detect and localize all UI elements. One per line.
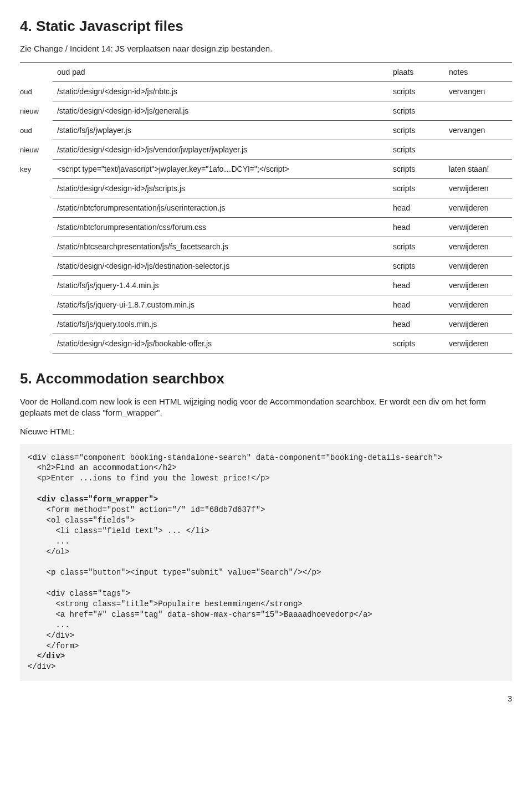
row-tag: oud [20,82,53,101]
table-head-tag [20,63,53,82]
table-head-path: oud pad [53,63,388,82]
row-tag [20,218,53,237]
row-tag [20,237,53,257]
row-notes: verwijderen [444,295,512,315]
row-place: head [388,276,444,295]
row-tag [20,257,53,276]
row-tag: oud [20,121,53,140]
row-notes: verwijderen [444,315,512,334]
row-notes: verwijderen [444,257,512,276]
row-notes: verwijderen [444,334,512,354]
row-path: /static/design/<design-id>/js/bookable-o… [53,334,388,354]
row-path: /static/design/<design-id>/js/nbtc.js [53,82,388,101]
section-5-label: Nieuwe HTML: [20,427,512,436]
row-place: scripts [388,101,444,121]
row-tag [20,198,53,218]
code-line-bold: <div class="form_wrapper"> [28,495,158,504]
row-tag [20,276,53,295]
row-notes: vervangen [444,121,512,140]
code-line: </div> [28,662,55,671]
table-row: /static/nbtcsearchpresentation/js/fs_fac… [20,237,512,257]
table-row: nieuw/static/design/<design-id>/js/vendo… [20,140,512,160]
row-place: scripts [388,160,444,179]
row-path: /static/design/<design-id>/js/destinatio… [53,257,388,276]
table-head-place: plaats [388,63,444,82]
row-notes: laten staan! [444,160,512,179]
row-notes: verwijderen [444,276,512,295]
row-path: /static/design/<design-id>/js/general.js [53,101,388,121]
table-row: /static/fs/js/jquery-1.4.4.min.jsheadver… [20,276,512,295]
html-code-block: <div class="component booking-standalone… [20,444,512,682]
table-row: oud/static/design/<design-id>/js/nbtc.js… [20,82,512,101]
row-place: scripts [388,237,444,257]
code-line: <div class="tags"> [28,589,130,598]
code-line: </form> [28,642,79,651]
code-line: <p class="button"><input type="submit" v… [28,568,321,577]
code-line: <strong class="title">Populaire bestemmi… [28,600,303,608]
code-line: ... [28,621,70,629]
section-4-subtitle: Zie Change / Incident 14: JS verplaatsen… [20,44,512,53]
table-row: /static/design/<design-id>/js/scripts.js… [20,179,512,198]
code-line: ... [28,537,70,546]
table-row: /static/fs/js/jquery.tools.min.jsheadver… [20,315,512,334]
table-row: oud/static/fs/js/jwplayer.jsscriptsverva… [20,121,512,140]
row-tag [20,334,53,354]
row-notes: verwijderen [444,179,512,198]
code-line: <ol class="fields"> [28,516,135,525]
page-number: 3 [20,694,512,703]
row-path: /static/fs/js/jquery-1.4.4.min.js [53,276,388,295]
table-row: /static/nbtcforumpresentation/js/userint… [20,198,512,218]
table-row: /static/design/<design-id>/js/destinatio… [20,257,512,276]
row-tag: nieuw [20,101,53,121]
row-tag: nieuw [20,140,53,160]
table-header-row: oud pad plaats notes [20,63,512,82]
row-tag: key [20,160,53,179]
code-line: <li class="field text"> ... </li> [28,526,209,535]
row-path: /static/design/<design-id>/js/vendor/jwp… [53,140,388,160]
row-path: /static/fs/js/jwplayer.js [53,121,388,140]
row-place: head [388,295,444,315]
row-path: /static/nbtcsearchpresentation/js/fs_fac… [53,237,388,257]
table-row: /static/nbtcforumpresentation/css/forum.… [20,218,512,237]
row-notes: verwijderen [444,198,512,218]
code-line: <form method="post" action="/" id="68db7… [28,505,265,514]
row-path: /static/design/<design-id>/js/scripts.js [53,179,388,198]
row-place: head [388,315,444,334]
row-place: scripts [388,82,444,101]
row-path: /static/nbtcforumpresentation/js/userint… [53,198,388,218]
section-5-intro: Voor de Holland.com new look is een HTML… [20,396,512,419]
code-line-bold: </div> [28,652,65,660]
code-line: <p>Enter ...ions to find you the lowest … [28,474,270,483]
section-4-title: 4. Static Javascript files [20,18,512,35]
row-path: /static/fs/js/jquery-ui-1.8.7.custom.min… [53,295,388,315]
table-head-notes: notes [444,63,512,82]
row-place: head [388,198,444,218]
row-path: <script type="text/javascript">jwplayer.… [53,160,388,179]
row-place: scripts [388,121,444,140]
row-notes: vervangen [444,82,512,101]
row-notes: verwijderen [444,218,512,237]
code-line: <div class="component booking-standalone… [28,453,442,462]
row-place: scripts [388,334,444,354]
row-place: scripts [388,140,444,160]
static-js-table: oud pad plaats notes oud/static/design/<… [20,62,512,354]
table-row: key<script type="text/javascript">jwplay… [20,160,512,179]
row-place: head [388,218,444,237]
row-place: scripts [388,179,444,198]
code-line: </ol> [28,547,70,556]
table-row: /static/design/<design-id>/js/bookable-o… [20,334,512,354]
code-line: <h2>Find an accommodation</h2> [28,463,177,472]
row-path: /static/nbtcforumpresentation/css/forum.… [53,218,388,237]
row-notes [444,140,512,160]
row-place: scripts [388,257,444,276]
row-tag [20,179,53,198]
code-line: </div> [28,631,74,640]
section-5-title: 5. Accommodation searchbox [20,370,512,387]
code-line: <a href="#" class="tag" data-show-max-ch… [28,610,372,619]
table-row: nieuw/static/design/<design-id>/js/gener… [20,101,512,121]
table-row: /static/fs/js/jquery-ui-1.8.7.custom.min… [20,295,512,315]
row-notes: verwijderen [444,237,512,257]
row-tag [20,315,53,334]
row-path: /static/fs/js/jquery.tools.min.js [53,315,388,334]
row-tag [20,295,53,315]
